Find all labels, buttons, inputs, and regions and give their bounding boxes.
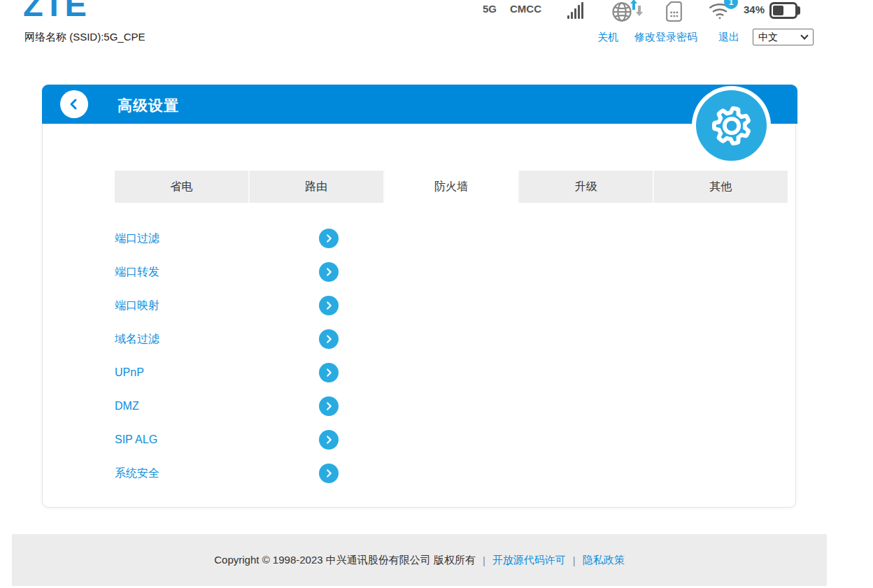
footer: Copyright © 1998-2023 中兴通讯股份有限公司 版权所有 | …	[12, 534, 827, 586]
arrow-right-button[interactable]	[319, 262, 339, 282]
tab[interactable]: 省电	[115, 171, 248, 203]
change-password-link[interactable]: 修改登录密码	[634, 31, 697, 44]
operator-label: CMCC	[510, 3, 541, 15]
tab[interactable]: 升级	[518, 171, 653, 203]
list-item-label[interactable]: DMZ	[115, 400, 139, 413]
gear-badge	[692, 86, 771, 165]
arrow-right-icon	[322, 466, 336, 480]
page: ZTE 网络名称 (SSID):5G_CPE 5G CMCC	[0, 0, 873, 588]
arrow-right-icon	[322, 366, 336, 380]
shutdown-link[interactable]: 关机	[597, 31, 618, 44]
tab[interactable]: 其他	[653, 171, 788, 203]
zte-logo: ZTE	[23, 0, 87, 24]
signal-bars-icon	[567, 2, 585, 22]
arrow-right-icon	[322, 332, 336, 346]
arrow-right-button[interactable]	[319, 229, 339, 248]
list-item-label[interactable]: 系统安全	[115, 466, 159, 481]
tab-label: 省电	[170, 180, 192, 194]
list-item-label[interactable]: UPnP	[115, 366, 144, 379]
firewall-menu-list: 端口过滤 端口转发 端口映射	[115, 222, 788, 490]
tab-label: 升级	[575, 180, 597, 194]
footer-divider: |	[573, 554, 576, 566]
arrow-right-icon	[322, 299, 336, 313]
battery-icon	[769, 2, 802, 19]
logout-link[interactable]: 退出	[718, 31, 739, 44]
arrow-right-icon	[322, 265, 336, 279]
arrow-right-button[interactable]	[319, 464, 339, 483]
tab[interactable]: 防火墙	[383, 171, 518, 203]
battery-percent-label: 34%	[744, 3, 765, 15]
privacy-policy-link[interactable]: 隐私政策	[583, 554, 625, 567]
list-item[interactable]: 域名过滤	[115, 322, 788, 356]
arrow-right-button[interactable]	[319, 329, 339, 349]
list-item[interactable]: 端口映射	[115, 289, 788, 322]
sim-card-icon	[665, 1, 683, 25]
arrow-right-icon	[322, 433, 336, 447]
ssid-label: 网络名称 (SSID):5G_CPE	[24, 31, 146, 44]
language-select-wrap: 中文	[753, 29, 814, 45]
list-item-label[interactable]: SIP ALG	[115, 433, 157, 446]
tab-label: 路由	[305, 180, 327, 194]
list-item[interactable]: SIP ALG	[115, 423, 788, 457]
tab-label: 防火墙	[434, 180, 468, 194]
open-source-license-link[interactable]: 开放源代码许可	[492, 554, 566, 567]
copyright-text: Copyright © 1998-2023 中兴通讯股份有限公司 版权所有	[214, 554, 476, 567]
globe-arrows-icon	[611, 0, 642, 22]
back-chevron-icon	[66, 96, 83, 113]
arrow-right-button[interactable]	[319, 430, 339, 450]
arrow-right-icon	[322, 231, 336, 245]
list-item[interactable]: UPnP	[115, 356, 788, 389]
list-item[interactable]: 端口转发	[115, 255, 788, 289]
arrow-right-icon	[322, 399, 336, 413]
list-item[interactable]: 端口过滤	[115, 222, 788, 255]
arrow-right-button[interactable]	[319, 396, 339, 416]
tab-label: 其他	[710, 180, 732, 194]
footer-divider: |	[483, 554, 485, 566]
list-item[interactable]: DMZ	[115, 389, 788, 423]
list-item-label[interactable]: 域名过滤	[115, 332, 159, 347]
panel-header: 高级设置	[42, 85, 797, 124]
list-item[interactable]: 系统安全	[115, 457, 788, 490]
arrow-right-button[interactable]	[319, 296, 339, 315]
arrow-right-button[interactable]	[319, 363, 339, 382]
advanced-settings-panel: 高级设置 省电 路由 防火墙 升级 其他	[42, 85, 796, 508]
network-type-label: 5G	[483, 3, 497, 15]
list-item-label[interactable]: 端口转发	[115, 265, 159, 280]
tab-bar: 省电 路由 防火墙 升级 其他	[115, 171, 788, 203]
back-button[interactable]	[60, 90, 88, 118]
list-item-label[interactable]: 端口映射	[115, 299, 159, 313]
language-select[interactable]: 中文	[753, 29, 814, 45]
tab[interactable]: 路由	[248, 171, 383, 203]
gear-icon	[696, 90, 767, 161]
list-item-label[interactable]: 端口过滤	[115, 231, 159, 246]
wifi-icon: 1	[709, 2, 732, 20]
page-title: 高级设置	[118, 96, 179, 115]
